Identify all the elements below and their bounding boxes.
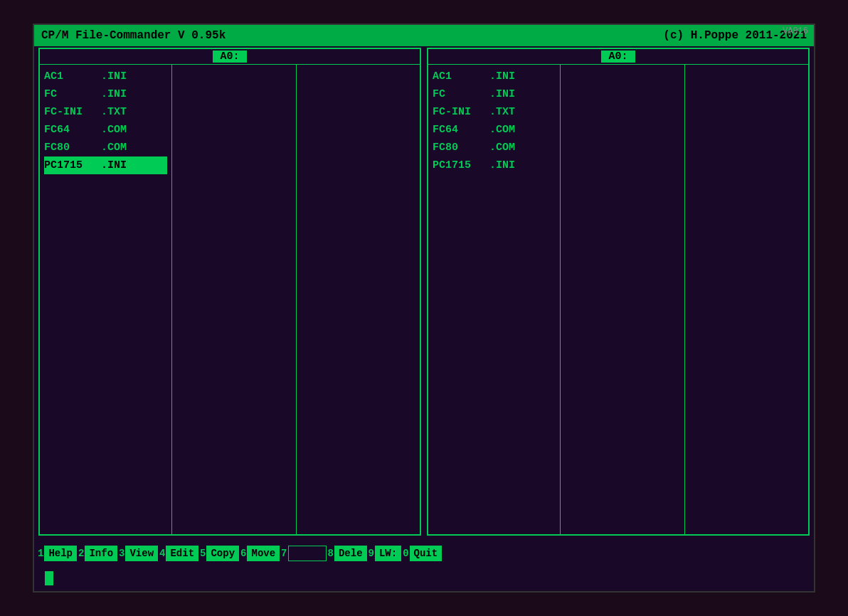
left-panel-group: A0: AC1.INIFC.INIFC-INI.TXTFC64.COMFC80.… <box>38 48 421 536</box>
list-item[interactable]: FC64.COM <box>433 121 556 139</box>
function-key-item: 3View <box>119 546 158 561</box>
fn-number: 3 <box>119 548 124 559</box>
function-key-item: 2Info <box>78 546 117 561</box>
function-key-item: 0Quit <box>403 546 442 561</box>
function-key-item: 4Edit <box>159 546 198 561</box>
list-item[interactable]: FC-INI.TXT <box>44 103 167 121</box>
left-sub-panels: AC1.INIFC.INIFC-INI.TXTFC64.COMFC80.COMP… <box>40 65 420 534</box>
fn-label[interactable]: Help <box>44 546 77 561</box>
right-panel-group: A0: AC1.INIFC.INIFC-INI.TXTFC64.COMFC80.… <box>427 48 810 536</box>
function-key-item: 6Move <box>240 546 280 561</box>
cursor-row <box>34 571 814 591</box>
list-item[interactable]: FC.INI <box>44 85 167 103</box>
fn-label[interactable]: Dele <box>334 546 367 561</box>
function-key-item: 9LW: <box>369 546 402 561</box>
fn-number: 5 <box>200 548 206 559</box>
fn-label[interactable]: Quit <box>410 546 442 561</box>
list-item[interactable]: FC64.COM <box>44 121 167 139</box>
fn-number: 7 <box>281 548 287 559</box>
fn-label[interactable]: Move <box>247 546 280 561</box>
left-panel-header: A0: <box>40 49 420 65</box>
function-key-item: 1Help <box>38 546 77 561</box>
left-file-list[interactable]: AC1.INIFC.INIFC-INI.TXTFC64.COMFC80.COMP… <box>40 65 172 534</box>
list-item[interactable]: PC1715.INI <box>433 156 556 174</box>
list-item[interactable]: FC.INI <box>433 85 556 103</box>
left-col2 <box>172 65 296 534</box>
left-drive-label: A0: <box>213 51 246 63</box>
function-bar: 1Help2Info3View4Edit5Copy6Move7 8Dele9LW… <box>34 536 814 571</box>
fn-label[interactable]: Copy <box>206 546 239 561</box>
title-bar: CP/M File-Commander V 0.95k (c) H.Poppe … <box>34 25 814 46</box>
function-key-item: 7 <box>281 546 326 561</box>
fn-number: 1 <box>38 548 43 559</box>
fn-number: 0 <box>403 548 408 559</box>
screen: VA916 CP/M File-Commander V 0.95k (c) H.… <box>33 23 815 593</box>
title-left: CP/M File-Commander V 0.95k <box>41 29 226 42</box>
left-col3 <box>297 65 420 534</box>
right-panel-header: A0: <box>428 49 808 65</box>
list-item[interactable]: PC1715.INI <box>44 156 167 174</box>
list-item[interactable]: FC80.COM <box>44 139 167 156</box>
list-item[interactable]: FC-INI.TXT <box>433 103 556 121</box>
cursor-indicator <box>45 571 53 585</box>
right-col3 <box>685 65 808 534</box>
fn-label[interactable]: Info <box>85 546 117 561</box>
fn-number: 2 <box>78 548 84 559</box>
fn-label[interactable]: View <box>125 546 158 561</box>
function-key-item: 8Dele <box>328 546 367 561</box>
fn-number: 8 <box>328 548 334 559</box>
fn-number: 4 <box>159 548 165 559</box>
list-item[interactable]: AC1.INI <box>433 68 556 85</box>
function-key-item: 5Copy <box>200 546 239 561</box>
fn-label[interactable]: LW: <box>375 546 401 561</box>
right-col2 <box>561 65 684 534</box>
fn-label[interactable] <box>288 546 327 561</box>
right-file-list[interactable]: AC1.INIFC.INIFC-INI.TXTFC64.COMFC80.COMP… <box>428 65 561 534</box>
fn-label[interactable]: Edit <box>166 546 198 561</box>
watermark: VA916 <box>783 26 808 36</box>
list-item[interactable]: FC80.COM <box>433 139 556 156</box>
fn-number: 6 <box>240 548 246 559</box>
fn-number: 9 <box>369 548 374 559</box>
right-drive-label: A0: <box>601 51 635 63</box>
list-item[interactable]: AC1.INI <box>44 68 167 85</box>
right-sub-panels: AC1.INIFC.INIFC-INI.TXTFC64.COMFC80.COMP… <box>428 65 808 534</box>
